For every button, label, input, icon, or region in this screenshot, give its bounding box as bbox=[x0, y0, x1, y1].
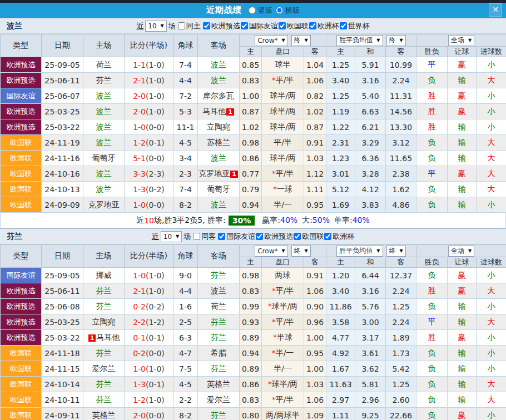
fulltime-score: 1-0 bbox=[133, 201, 146, 209]
team-name: 葡萄牙 bbox=[92, 153, 116, 162]
home-team-cell: 波兰 bbox=[83, 88, 125, 104]
competition-filter[interactable]: 欧洲预选 bbox=[255, 232, 293, 242]
dropdown-arrow-icon: ▼ bbox=[161, 23, 164, 28]
avg-select[interactable]: 胜平负均值▼ bbox=[336, 246, 383, 257]
odds-away-cell: 1.06 bbox=[304, 283, 326, 299]
filter-bar: 近 10 ▼ 场 同客 国际友谊欧洲预选欧国联欧洲杯 bbox=[152, 231, 354, 242]
same-venue-filter[interactable]: 同主 bbox=[177, 21, 201, 31]
competition-checkbox[interactable] bbox=[241, 22, 248, 29]
sub-col-handicap-result: 让球 bbox=[448, 47, 477, 57]
corner-cell: 2-2 bbox=[173, 392, 198, 408]
dropdown-arrow-icon: ▼ bbox=[305, 248, 308, 253]
competition-checkbox[interactable] bbox=[256, 233, 263, 240]
vertical-radio[interactable] bbox=[249, 7, 256, 14]
competition-filter[interactable]: 欧国联 bbox=[278, 21, 309, 31]
sub-col-odds-home: 主 bbox=[240, 257, 262, 268]
dropdown-arrow-icon: ▼ bbox=[376, 38, 380, 43]
competition-filter[interactable]: 欧洲杯 bbox=[324, 232, 354, 242]
summary-stat: 单率:40% bbox=[334, 216, 370, 226]
avg-draw-cell: 5.40 bbox=[355, 88, 386, 104]
team-name: 芬兰 bbox=[211, 317, 226, 326]
avg-lose-cell: 13.30 bbox=[386, 119, 416, 135]
competition-checkbox[interactable] bbox=[324, 233, 331, 240]
col-type: 类型 bbox=[1, 34, 42, 57]
handicap-cell: *球半/两 bbox=[262, 377, 304, 392]
recent-link[interactable]: 近 bbox=[152, 232, 159, 242]
bookmaker-select[interactable]: Crow*▼ bbox=[255, 35, 287, 46]
competition-checkbox[interactable] bbox=[218, 233, 225, 240]
same-venue-checkbox[interactable] bbox=[193, 233, 200, 240]
bookmaker-select[interactable]: Crow*▼ bbox=[255, 246, 287, 257]
competition-filter[interactable]: 世界杯 bbox=[339, 21, 370, 31]
handicap-star: * bbox=[272, 76, 276, 84]
outcome-cell: 负 bbox=[416, 151, 448, 166]
sub-col-goals: 进球数 bbox=[477, 257, 506, 268]
handicap-result-cell: 输 bbox=[448, 197, 477, 213]
competition-checkbox[interactable] bbox=[294, 233, 301, 240]
competition-checkbox[interactable] bbox=[309, 22, 316, 29]
odds-time-select[interactable]: 终▼ bbox=[291, 246, 311, 257]
match-count-select[interactable]: 10 ▼ bbox=[145, 21, 166, 32]
goals-result-cell: 大 bbox=[477, 392, 506, 408]
sub-col-outcome: 胜负 bbox=[416, 47, 448, 57]
period-select-value: 全场 bbox=[451, 36, 464, 45]
dropdown-arrow-icon: ▼ bbox=[400, 248, 403, 253]
team-name: 芬兰 bbox=[96, 348, 112, 357]
same-venue-filter[interactable]: 同客 bbox=[192, 232, 216, 242]
score-cell: 1-3(0-1) bbox=[125, 377, 173, 392]
competition-filter[interactable]: 国际友谊 bbox=[217, 232, 255, 242]
same-venue-checkbox[interactable] bbox=[178, 22, 185, 29]
competition-checkbox[interactable] bbox=[279, 22, 286, 29]
match-count-select[interactable]: 10 ▼ bbox=[161, 231, 182, 242]
avg-time-select[interactable]: 终▼ bbox=[386, 246, 406, 257]
horizontal-radio[interactable] bbox=[276, 7, 283, 14]
avg-lose-cell: 2.24 bbox=[386, 283, 416, 299]
match-date-cell: 25-06-11 bbox=[42, 73, 83, 88]
odds-home-cell: 0.80 bbox=[240, 408, 262, 420]
team-name: 波兰 bbox=[96, 122, 112, 131]
recent-link[interactable]: 近 bbox=[136, 21, 143, 31]
odds-away-cell: 0.96 bbox=[304, 314, 326, 330]
section-header-bar: 芬兰 近 10 ▼ 场 同客 国际友谊欧洲预选欧国联欧洲杯 bbox=[0, 228, 506, 244]
fulltime-score: 2-2 bbox=[133, 318, 146, 327]
avg-lose-cell: 1.89 bbox=[386, 330, 416, 346]
corner-cell: 4-5 bbox=[173, 377, 198, 392]
avg-time-select[interactable]: 终▼ bbox=[386, 35, 406, 46]
close-icon[interactable]: ✕ bbox=[489, 3, 502, 17]
away-team-cell: 英格兰 bbox=[198, 377, 240, 392]
halftime-score: (0-0) bbox=[146, 349, 165, 358]
fulltime-score: 1-3 bbox=[133, 380, 146, 389]
competition-filter[interactable]: 欧国联 bbox=[293, 232, 324, 242]
avg-select[interactable]: 胜平负均值▼ bbox=[336, 35, 383, 46]
corner-cell: 4-4 bbox=[173, 73, 198, 88]
layout-radio-vertical[interactable]: 竖版 bbox=[247, 6, 272, 16]
competition-checkbox[interactable] bbox=[340, 22, 347, 29]
goals-result-cell: 大 bbox=[477, 377, 506, 392]
handicap-cell: *一球 bbox=[262, 182, 304, 197]
avg-lose-cell: 11.31 bbox=[386, 88, 416, 104]
avg-lose-cell: 2.24 bbox=[386, 73, 416, 88]
match-row: 国际友谊25-06-07波兰2-0(1-0)7-2摩尔多瓦1.00球半/两0.8… bbox=[1, 88, 506, 104]
period-select[interactable]: 全场▼ bbox=[448, 35, 474, 46]
odds-time-select[interactable]: 终▼ bbox=[291, 35, 311, 46]
competition-badge: 欧洲预选 bbox=[1, 314, 42, 330]
home-team-cell: 挪威 bbox=[83, 268, 125, 283]
competition-filter[interactable]: 国际友谊 bbox=[240, 21, 278, 31]
avg-win-cell: 1.67 bbox=[326, 361, 355, 377]
match-date-cell: 24-10-13 bbox=[42, 182, 83, 197]
summary-stat-label: 单率: bbox=[334, 216, 353, 224]
match-date-cell: 24-10-16 bbox=[42, 166, 83, 182]
match-date-cell: 25-09-05 bbox=[42, 57, 83, 73]
competition-filter[interactable]: 欧洲预选 bbox=[202, 21, 240, 31]
team-name: 芬兰 bbox=[211, 333, 226, 342]
competition-filter[interactable]: 欧洲杯 bbox=[309, 21, 339, 31]
odds-away-cell: 0.91 bbox=[304, 135, 326, 151]
result-group-header: 全场▼ bbox=[416, 245, 506, 257]
layout-radio-horizontal[interactable]: 横版 bbox=[275, 6, 300, 16]
period-select[interactable]: 全场▼ bbox=[448, 246, 474, 257]
match-row: 欧国联24-10-11芬兰1-2(1-0)2-2爱尔兰0.83*平/半1.062… bbox=[1, 392, 506, 408]
goals-result-cell: 小 bbox=[477, 268, 506, 283]
odds-group-header: Crow*▼ 终▼ bbox=[240, 34, 326, 47]
match-date-cell: 25-06-08 bbox=[42, 299, 83, 314]
competition-checkbox[interactable] bbox=[203, 22, 210, 29]
